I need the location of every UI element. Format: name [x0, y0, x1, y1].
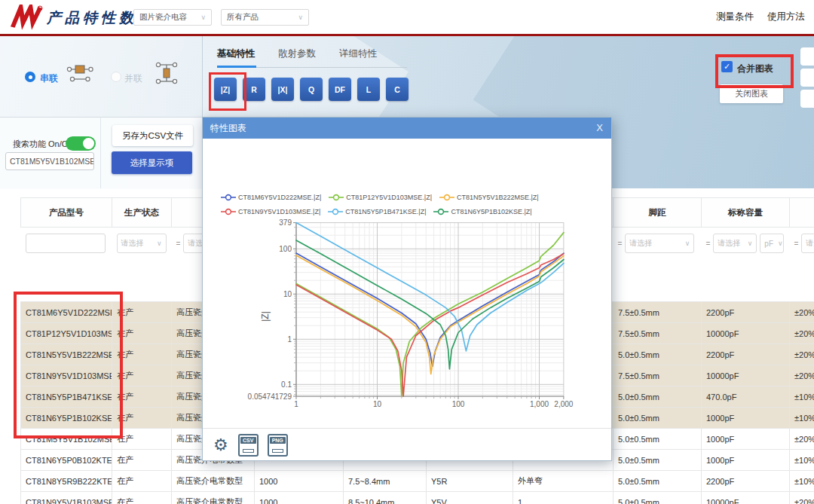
filter-select[interactable]: 请选择∨ [713, 234, 757, 253]
svg-text:1: 1 [287, 335, 292, 344]
cell-status: 在产 [112, 471, 172, 492]
cell-pitch: 5.0±0.5mm [614, 386, 702, 408]
param-button-6[interactable]: C [386, 78, 409, 101]
category-select[interactable]: 圆片瓷介电容 ∨ [133, 9, 212, 26]
filter-equals: = [794, 240, 799, 248]
filter-select-value: 请选择 [718, 238, 740, 249]
filter-select[interactable]: 请选择∨ [801, 234, 814, 253]
filter-select[interactable]: 请选择∨ [625, 234, 694, 253]
close-chart-button[interactable]: 关闭图表 [720, 84, 783, 103]
unit-filter-select[interactable]: pF∨ [760, 234, 784, 253]
cell-tolerance: ±20% [790, 302, 814, 323]
svg-text:10: 10 [283, 290, 292, 298]
series-line [296, 233, 564, 396]
filter-cell: =请选择∨pF∨ [702, 228, 790, 302]
csv-export-icon[interactable]: CSV [238, 434, 259, 457]
search-toggle[interactable] [66, 136, 96, 151]
param-button-1[interactable]: R [243, 78, 265, 101]
png-export-icon[interactable]: PNG [268, 434, 288, 457]
legend-item[interactable]: CT81N6Y5P1B102KSE.|Z| [433, 208, 531, 215]
parallel-circuit-icon [152, 62, 181, 84]
legend-label: CT81M6Y5V1D222MSE.|Z| [238, 194, 321, 201]
column-header-1: 生产状态 [112, 198, 172, 228]
svg-text:0.054741729: 0.054741729 [248, 393, 292, 401]
cell-size: 8.5~10.4mm [344, 492, 427, 504]
legend-item[interactable]: CT81N9Y5V1D103MSE.|Z| [221, 208, 320, 215]
legend-label: CT81N9Y5V1D103MSE.|Z| [238, 208, 320, 215]
save-csv-button[interactable]: 另存为CSV文件 [112, 125, 193, 146]
model-filter-input[interactable] [26, 234, 106, 253]
cell-capacity: 1000pF [702, 408, 790, 429]
legend-item[interactable]: CT81N5Y5V1B222MSE.|Z| [439, 194, 539, 201]
svg-text:10: 10 [373, 400, 382, 408]
filter-equals: = [706, 240, 711, 248]
cell-tolerance: ±10% [790, 408, 814, 429]
series-radio[interactable] [25, 72, 35, 82]
table-row[interactable]: CT81N8Y5R9B222KTE在产高压瓷介电常数型10007.5~8.4mm… [21, 471, 814, 492]
cell-model: CT81N8Y5R9B222KTE [21, 471, 112, 492]
cell-capacity: 2200pF [702, 471, 790, 492]
cell-model: CT81N6Y5P0B102KTE [21, 450, 112, 471]
cell-type: 高压瓷介电常数型 [172, 492, 255, 504]
cell-status: 在产 [112, 386, 172, 408]
legend-label: CT81N5Y5V1B222MSE.|Z| [457, 194, 539, 201]
cell-capacity: 2200pF [702, 344, 790, 365]
param-button-3[interactable]: Q [300, 78, 323, 101]
cell-status: 在产 [112, 492, 172, 504]
cell-tolerance: ±20% [790, 492, 814, 504]
column-header-8: 标称容量 [702, 198, 790, 228]
cell-type: 高压瓷介电常数型 [172, 471, 255, 492]
cell-pitch: 7.5±0.5mm [614, 302, 702, 323]
search-input[interactable]: CT81M5Y5V1B102MSE [5, 152, 94, 170]
filter-select[interactable]: 请选择∨ [117, 234, 167, 253]
svg-text:1,000: 1,000 [530, 400, 549, 408]
param-button-2[interactable]: |X| [271, 78, 294, 101]
cell-tolerance: ±10% [790, 450, 814, 471]
cell-lead: 外单弯 [513, 471, 614, 492]
edge-button-stub[interactable] [800, 47, 814, 66]
chevron-down-icon: ∨ [157, 240, 162, 247]
tab-0[interactable]: 基础特性 [217, 47, 255, 60]
cell-capacity: 10000pF [702, 323, 790, 344]
param-button-4[interactable]: DF [329, 78, 351, 101]
tab-1[interactable]: 散射参数 [278, 47, 316, 60]
filter-equals: = [618, 240, 623, 248]
svg-text:1: 1 [294, 400, 298, 408]
legend-item[interactable]: CT81M6Y5V1D222MSE.|Z| [221, 194, 321, 201]
legend-item[interactable]: CT81P12Y5V1D103MSE.|Z| [329, 194, 432, 201]
merge-chart-checkbox[interactable]: ✓ [721, 61, 733, 72]
svg-text:|Z|: |Z| [260, 311, 271, 322]
product-scope-select[interactable]: 所有产品 ∨ [221, 9, 309, 26]
filter-select-value: 请选择 [121, 238, 144, 249]
modal-close-icon[interactable]: X [596, 118, 603, 139]
edge-button-stub[interactable] [800, 90, 814, 108]
column-header-0: 产品型号 [21, 198, 112, 228]
parallel-radio[interactable] [111, 72, 121, 82]
filter-cell: =请选择∨ [790, 228, 814, 302]
svg-text:0.1: 0.1 [281, 380, 292, 389]
cell-temp: Y5V [427, 492, 513, 504]
cell-model: CT81N6Y5P1B102KSE [21, 408, 112, 429]
cell-status: 在产 [112, 365, 172, 386]
series-radio-label: 串联 [40, 72, 58, 85]
file-icon-slot [272, 449, 283, 453]
file-icon-label: PNG [270, 437, 286, 444]
cell-model: CT81M6Y5V1D222MSE [21, 302, 112, 323]
svg-text:100: 100 [452, 400, 465, 408]
filter-select-value: 请选择 [629, 238, 652, 249]
legend-item[interactable]: CT81N5Y5P1B471KSE.|Z| [328, 208, 426, 215]
cell-pitch: 5.0±0.5mm [614, 450, 702, 471]
modal-title: 特性图表 [203, 118, 611, 139]
gear-icon[interactable]: ⚙ [213, 437, 228, 454]
cell-model: CT81N5Y5P1B471KSE [21, 386, 112, 408]
tab-2[interactable]: 详细特性 [339, 47, 377, 60]
header-link-1[interactable]: 使用方法 [767, 11, 805, 23]
svg-text:100: 100 [279, 245, 292, 253]
param-button-0[interactable]: |Z| [214, 78, 237, 101]
param-button-5[interactable]: L [357, 78, 380, 101]
select-columns-button[interactable]: 选择显示项 [112, 151, 192, 174]
header-link-0[interactable]: 测量条件 [716, 11, 754, 23]
cell-capacity: 470.0pF [702, 386, 790, 408]
edge-button-stub[interactable] [800, 69, 814, 87]
table-row[interactable]: CT81N9Y5V1B103MSE在产高压瓷介电常数型10008.5~10.4m… [21, 492, 814, 504]
